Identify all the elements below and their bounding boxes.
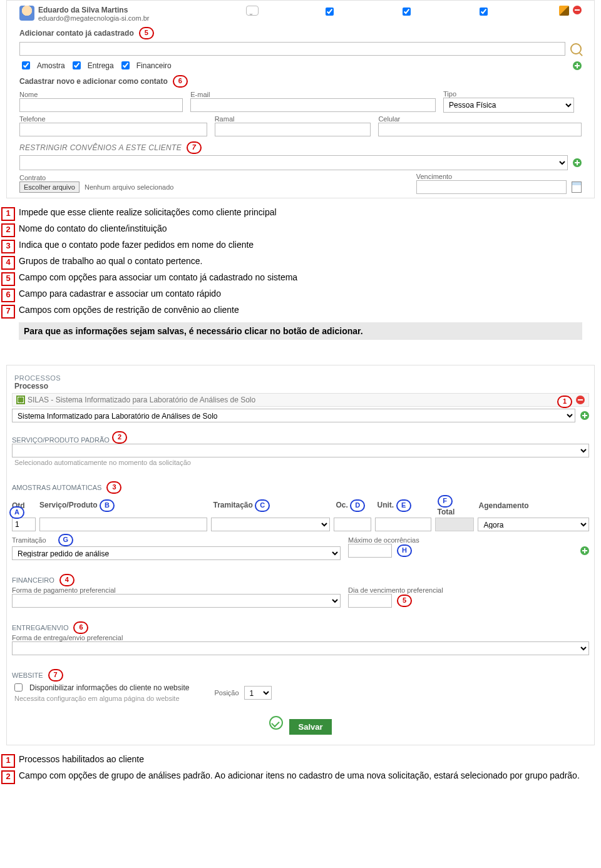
select-tipo[interactable]: Pessoa Física [443,98,574,113]
select-tram2[interactable]: Registrar pedido de análise [12,546,341,560]
lbl-pay: Forma de pagamento preferencial [12,586,341,594]
select-agend[interactable]: Agora [478,518,589,531]
legend1-num-7: 7 [1,305,15,319]
website-head-row: WEBSITE 7 [12,664,589,682]
chat-icon[interactable] [246,6,259,16]
website-chk-label: Disponibilizar informações do cliente no… [29,683,189,692]
col-check-2[interactable] [403,8,411,16]
legend1-text-6: Campo para cadastrar e associar um conta… [19,288,221,299]
lbl-celular: Celular [378,115,582,123]
input-nome[interactable] [19,98,183,112]
marker-H: H [397,544,412,557]
chk-financeiro[interactable] [121,61,130,69]
input-oc[interactable] [334,518,371,531]
legend1-text-2: Nome do contato do cliente/instituição [19,223,167,233]
remove-process-icon[interactable] [576,396,585,404]
website-chk-row[interactable]: Disponibilizar informações do cliente no… [12,682,189,693]
input-telefone[interactable] [19,123,207,136]
input-qtd[interactable] [12,518,36,531]
select-servico-padrao[interactable] [12,444,589,457]
contact-email: eduardo@megatecnologia-si.com.br [38,14,176,22]
chk-entrega[interactable] [73,61,81,69]
lbl-telefone: Telefone [19,115,207,123]
marker-E: E [396,499,411,512]
contact-name: Eduardo da Silva Martins [38,6,176,14]
input-celular[interactable] [378,123,582,136]
save-button[interactable]: Salvar [289,719,331,735]
edit-icon[interactable] [559,6,569,16]
legend1-num-1: 1 [1,207,15,221]
legend1-text-7: Campos com opções de restrição de convên… [19,305,239,315]
lbl-maxoc: Máximo de ocorrências [348,536,589,544]
add-group-icon[interactable] [573,61,582,70]
legend1-note: Para que as informações sejam salvas, é … [19,322,582,340]
processos-head: PROCESSOS [12,370,589,382]
marker-D: D [350,499,365,512]
financeiro-head-row: FINANCEIRO 4 [12,569,589,586]
lbl-due: Dia de vencimento preferencial [348,586,589,594]
marker-7a: 7 [187,141,202,154]
ok-check-icon [269,716,283,730]
section-new-contact-text: Cadastrar novo e adicionar como contato [19,77,168,86]
select-pay[interactable] [12,594,341,608]
col-check-3[interactable] [480,8,488,16]
input-maxoc[interactable] [348,544,392,558]
amostras-head-row: AMOSTRAS AUTOMÁTICAS 3 [12,476,589,494]
search-icon[interactable] [570,43,582,54]
legend1-text-3: Indica que o contato pode fazer pedidos … [19,240,254,250]
marker-p1: 1 [557,396,572,408]
marker-p3: 3 [106,481,121,494]
marker-p2: 2 [112,431,127,444]
group-entrega[interactable]: Entrega [70,59,114,71]
add-amostra-icon[interactable] [580,546,589,555]
lbl-nome: Nome [19,91,183,98]
marker-A: A [9,506,24,519]
marker-p7: 7 [48,669,63,682]
select-entrega[interactable] [12,641,589,655]
marker-p4: 4 [59,574,74,586]
amostras-head: AMOSTRAS AUTOMÁTICAS [12,484,101,491]
lbl-vencimento: Vencimento [416,173,582,180]
legend2-text-1: Processos habilitados ao cliente [19,754,144,764]
group-financeiro[interactable]: Financeiro [119,59,172,71]
entrega-head: ENTREGA/ENVIO [12,624,68,631]
lbl-entrega-pref: Forma de entrega/envio preferencial [12,634,589,641]
marker-5a: 5 [139,27,154,39]
legend1-num-2: 2 [1,223,15,237]
select-tram[interactable] [211,518,331,531]
input-vencimento[interactable] [416,180,567,194]
input-ramal[interactable] [215,123,371,136]
col-unit: Unit. E [378,499,434,512]
section-restrict-title: RESTRINGIR CONVÊNIOS A ESTE CLIENTE 7 [13,138,588,155]
col-total: FTotal [438,495,475,516]
col-tram: Tramitação C [213,499,332,512]
add-process-icon[interactable] [580,411,589,420]
file-choose-button[interactable]: Escolher arquivo [19,181,80,193]
input-due[interactable] [348,594,392,608]
website-head: WEBSITE [12,671,43,679]
select-convenio[interactable] [19,155,568,170]
input-unit[interactable] [375,518,431,531]
select-pos[interactable]: 1 [244,686,272,700]
entrega-head-row: ENTREGA/ENVIO 6 [12,616,589,634]
select-process[interactable]: Sistema Informatizado para Laboratório d… [12,409,575,422]
input-email[interactable] [190,98,436,112]
group-amostra[interactable]: Amostra [19,59,65,71]
lbl-ramal: Ramal [215,115,371,123]
calendar-icon[interactable] [572,181,582,193]
contact-identity: Eduardo da Silva Martins eduardo@megatec… [38,6,176,22]
marker-6a: 6 [173,75,188,88]
existing-contact-input[interactable] [19,42,565,56]
marker-G: G [58,534,73,546]
input-serv[interactable] [39,518,207,531]
add-convenio-icon[interactable] [573,158,582,167]
col-check-1[interactable] [326,8,334,16]
remove-icon[interactable] [573,6,582,14]
col-agend: Agendamento [479,501,589,510]
legend1-num-4: 4 [1,256,15,270]
chk-website[interactable] [14,683,23,692]
legend1-num-6: 6 [1,288,15,302]
processo-item-text: SILAS - Sistema Informatizado para Labor… [28,396,255,404]
chk-amostra[interactable] [22,61,30,69]
contact-panel: Eduardo da Silva Martins eduardo@megatec… [6,0,595,198]
